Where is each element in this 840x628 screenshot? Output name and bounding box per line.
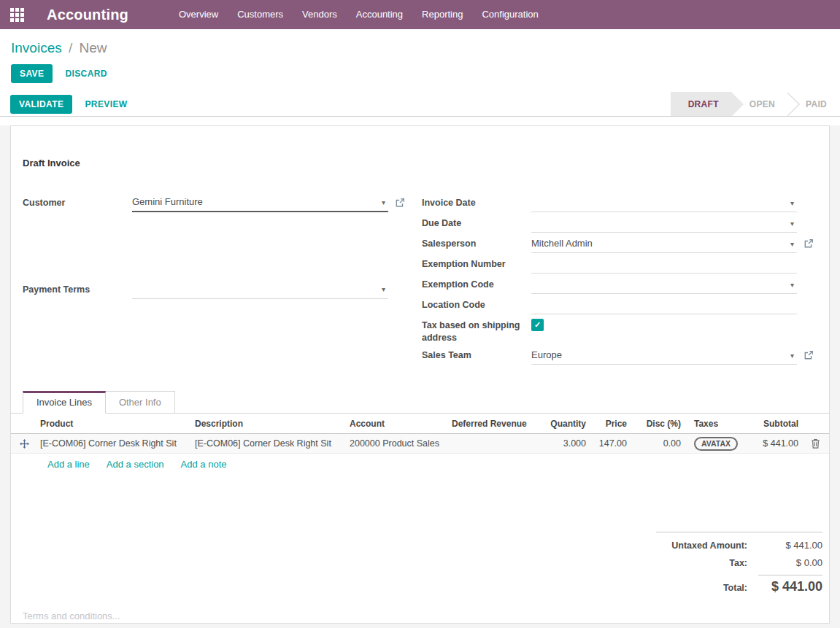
- checkbox-checked-icon[interactable]: ✓: [531, 319, 544, 331]
- untaxed-value: $ 441.00: [758, 540, 822, 551]
- total-label: Total:: [656, 583, 758, 593]
- location-code-field[interactable]: [531, 295, 817, 314]
- menu-customers[interactable]: Customers: [228, 0, 293, 29]
- discard-button[interactable]: DISCARD: [65, 69, 107, 79]
- col-taxes[interactable]: Taxes: [684, 419, 760, 429]
- line-account[interactable]: 200000 Product Sales: [347, 438, 449, 449]
- chevron-down-icon[interactable]: ▾: [790, 240, 794, 248]
- tab-invoice-lines[interactable]: Invoice Lines: [23, 391, 106, 414]
- menu-accounting[interactable]: Accounting: [347, 0, 412, 29]
- document-state-title: Draft Invoice: [23, 126, 817, 168]
- top-menu: Overview Customers Vendors Accounting Re…: [169, 0, 548, 29]
- exemption-code-label: Exemption Code: [422, 274, 531, 294]
- invoice-lines-table: Product Description Account Deferred Rev…: [11, 414, 829, 476]
- breadcrumb-current: New: [80, 40, 107, 55]
- tax-shipping-label: Tax based on shipping address: [422, 315, 531, 344]
- col-account[interactable]: Account: [347, 419, 449, 429]
- menu-vendors[interactable]: Vendors: [293, 0, 347, 29]
- form-group-right: Invoice Date ▾ Due Date ▾: [422, 193, 817, 365]
- sales-team-field[interactable]: Europe ▾: [531, 345, 817, 365]
- line-quantity[interactable]: 3.000: [529, 438, 589, 449]
- add-a-note-link[interactable]: Add a note: [181, 459, 227, 470]
- exemption-code-field[interactable]: ▾: [531, 274, 817, 294]
- line-disc[interactable]: 0.00: [630, 438, 684, 449]
- tax-shipping-checkbox[interactable]: ✓: [531, 315, 817, 344]
- workflow-buttons: VALIDATE PREVIEW: [0, 95, 128, 114]
- control-panel: Invoices / New SAVE DISCARD: [0, 29, 840, 92]
- external-link-icon[interactable]: [395, 198, 405, 208]
- line-description[interactable]: [E-COM06] Corner Desk Right Sit: [192, 438, 347, 449]
- totals-block: Untaxed Amount: $ 441.00 Tax: $ 0.00 Tot…: [656, 532, 822, 594]
- col-quantity[interactable]: Quantity: [529, 419, 589, 429]
- invoice-date-field[interactable]: ▾: [531, 193, 817, 212]
- due-date-label: Due Date: [422, 213, 531, 233]
- menu-reporting[interactable]: Reporting: [412, 0, 472, 29]
- trash-icon[interactable]: [811, 438, 820, 449]
- preview-button[interactable]: PREVIEW: [85, 99, 127, 109]
- due-date-field[interactable]: ▾: [531, 213, 817, 233]
- chevron-down-icon[interactable]: ▾: [790, 281, 794, 289]
- menu-overview[interactable]: Overview: [169, 0, 228, 29]
- col-product[interactable]: Product: [37, 419, 192, 429]
- invoice-form-sheet: Draft Invoice Customer Gemini Furniture …: [10, 125, 830, 624]
- top-navbar: Accounting Overview Customers Vendors Ac…: [0, 0, 840, 29]
- salesperson-value[interactable]: Mitchell Admin: [531, 238, 787, 249]
- customer-field[interactable]: Gemini Furniture ▾: [132, 193, 409, 212]
- col-deferred-revenue[interactable]: Deferred Revenue: [449, 419, 529, 429]
- external-link-icon[interactable]: [804, 350, 814, 360]
- external-link-icon[interactable]: [804, 239, 814, 249]
- line-product[interactable]: [E-COM06] Corner Desk Right Sit: [37, 438, 192, 449]
- sales-team-label: Sales Team: [422, 345, 531, 365]
- sales-team-value[interactable]: Europe: [531, 349, 787, 360]
- form-group-left: Customer Gemini Furniture ▾ Payment Term: [23, 193, 409, 365]
- validate-button[interactable]: VALIDATE: [10, 95, 72, 114]
- salesperson-label: Salesperson: [422, 233, 531, 253]
- chevron-down-icon[interactable]: ▾: [790, 199, 794, 207]
- record-buttons: SAVE DISCARD: [11, 64, 840, 83]
- tax-badge[interactable]: AVATAX: [694, 437, 738, 451]
- line-subtotal: $ 441.00: [760, 438, 801, 449]
- untaxed-label: Untaxed Amount:: [656, 540, 758, 551]
- add-a-line-link[interactable]: Add a line: [47, 459, 90, 470]
- total-row: Total: $ 441.00: [656, 575, 822, 594]
- col-price[interactable]: Price: [589, 419, 630, 429]
- notebook-tabs: Invoice Lines Other Info: [11, 391, 829, 414]
- breadcrumb-invoices-link[interactable]: Invoices: [11, 40, 62, 55]
- tab-other-info[interactable]: Other Info: [106, 391, 175, 414]
- chevron-down-icon[interactable]: ▾: [790, 220, 794, 228]
- tax-row: Tax: $ 0.00: [656, 557, 822, 568]
- exemption-number-label: Exemption Number: [422, 254, 531, 274]
- line-price[interactable]: 147.00: [589, 438, 630, 449]
- tax-value: $ 0.00: [758, 557, 822, 568]
- apps-menu-icon[interactable]: [10, 8, 24, 22]
- add-a-section-link[interactable]: Add a section: [107, 459, 164, 470]
- terms-and-conditions-input[interactable]: Terms and conditions...: [11, 610, 829, 621]
- save-button[interactable]: SAVE: [11, 64, 53, 83]
- col-subtotal[interactable]: Subtotal: [760, 419, 801, 429]
- menu-configuration[interactable]: Configuration: [472, 0, 547, 29]
- table-row[interactable]: [E-COM06] Corner Desk Right Sit [E-COM06…: [11, 434, 829, 454]
- customer-label: Customer: [23, 193, 132, 279]
- form-fields: Customer Gemini Furniture ▾ Payment Term: [23, 193, 817, 365]
- total-value: $ 441.00: [758, 575, 822, 594]
- line-add-links: Add a line Add a section Add a note: [11, 454, 829, 476]
- col-disc[interactable]: Disc (%): [630, 419, 684, 429]
- app-title[interactable]: Accounting: [47, 7, 128, 23]
- payment-terms-field[interactable]: ▾: [132, 279, 409, 299]
- chevron-down-icon[interactable]: ▾: [382, 198, 385, 206]
- col-description[interactable]: Description: [192, 419, 347, 429]
- untaxed-row: Untaxed Amount: $ 441.00: [656, 540, 822, 551]
- salesperson-field[interactable]: Mitchell Admin ▾: [531, 233, 817, 253]
- exemption-number-field[interactable]: [531, 254, 817, 274]
- status-step-draft[interactable]: DRAFT: [671, 92, 732, 116]
- statusbar-row: VALIDATE PREVIEW DRAFT OPEN PAID: [0, 92, 840, 117]
- table-header-row: Product Description Account Deferred Rev…: [11, 414, 829, 434]
- tax-label: Tax:: [656, 558, 758, 568]
- breadcrumb-separator: /: [69, 40, 72, 55]
- drag-handle-icon[interactable]: [20, 439, 29, 449]
- location-code-label: Location Code: [422, 295, 531, 314]
- payment-terms-label: Payment Terms: [23, 279, 132, 365]
- customer-value[interactable]: Gemini Furniture: [132, 196, 379, 207]
- chevron-down-icon[interactable]: ▾: [382, 285, 385, 293]
- chevron-down-icon[interactable]: ▾: [790, 352, 794, 360]
